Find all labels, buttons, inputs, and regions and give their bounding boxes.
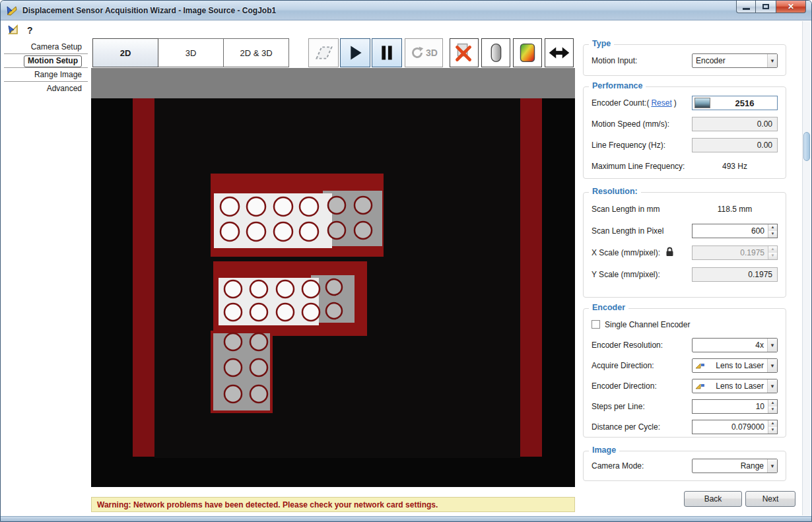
- y-scale-label: Y Scale (mm/pixel):: [592, 270, 660, 279]
- next-button[interactable]: Next: [745, 491, 795, 507]
- window-title: Displacement Sensor Acquisition Wizard -…: [22, 6, 276, 15]
- steps-per-line-row: Steps per Line: 10 ▲ ▼: [584, 396, 786, 416]
- tab-2d-and-3d[interactable]: 2D & 3D: [223, 38, 289, 67]
- wizard-window: Displacement Sensor Acquisition Wizard -…: [0, 0, 812, 522]
- sidebar-toolbar: ?: [1, 20, 91, 39]
- acquire-direction-row: Acquire Direction: Lens to Laser ▾: [584, 355, 786, 375]
- camera-mode-select[interactable]: Range ▾: [692, 459, 778, 473]
- range-image-display[interactable]: [91, 98, 575, 487]
- spin-down-icon[interactable]: ▼: [768, 427, 777, 434]
- spin-down-icon: ▼: [768, 253, 777, 259]
- reset-link[interactable]: Reset: [651, 98, 671, 108]
- vertical-scrollbar[interactable]: [802, 21, 811, 515]
- encoder-resolution-label: Encoder Resolution:: [592, 341, 663, 350]
- line-frequency-label: Line Frequency (Hz):: [592, 141, 665, 150]
- camera-error-icon: [450, 38, 478, 67]
- group-resolution-title: Resolution:: [589, 187, 641, 196]
- x-scale-value: 0.1975: [693, 246, 768, 259]
- minimize-button[interactable]: [736, 1, 756, 13]
- encoder-direction-label: Encoder Direction:: [592, 381, 657, 391]
- help-icon[interactable]: ?: [27, 25, 33, 36]
- fit-width-button[interactable]: [545, 38, 574, 67]
- chevron-down-icon: ▾: [767, 339, 777, 352]
- camera-mode-label: Camera Mode:: [592, 461, 644, 471]
- grayscale-view-button[interactable]: [481, 38, 510, 67]
- max-line-frequency-row: Maximum Line Frequency: 493 Hz: [584, 156, 786, 177]
- play-button[interactable]: [340, 38, 370, 67]
- y-scale-row: Y Scale (mm/pixel): 0.1975: [584, 263, 786, 285]
- motion-input-label: Motion Input:: [592, 56, 637, 65]
- encoder-count-label: Encoder Count:(Reset): [592, 98, 677, 108]
- chevron-down-icon: ▾: [767, 379, 777, 393]
- x-scale-row: X Scale (mm/pixel): 0.1975 ▲ ▼: [584, 242, 786, 263]
- image-header-strip: [91, 68, 575, 98]
- spin-up-icon[interactable]: ▲: [768, 224, 777, 231]
- scrollbar-thumb[interactable]: [803, 132, 810, 161]
- chevron-down-icon: ▾: [767, 54, 777, 67]
- acquire-direction-label: Acquire Direction:: [592, 361, 654, 370]
- pause-button[interactable]: [372, 38, 402, 67]
- group-type-title: Type: [589, 39, 614, 48]
- group-encoder: Encoder Single Channel Encoder Encoder R…: [583, 308, 786, 438]
- chevron-down-icon: ▾: [767, 359, 777, 372]
- spin-up-icon[interactable]: ▲: [768, 420, 777, 427]
- encoder-direction-select[interactable]: Lens to Laser ▾: [692, 379, 778, 393]
- play-icon: [341, 38, 370, 67]
- y-scale-value: 0.1975: [748, 270, 772, 279]
- lens-to-laser-icon: [695, 362, 706, 370]
- lens-to-laser-icon: [695, 382, 706, 390]
- close-button[interactable]: ✕: [776, 1, 806, 13]
- refresh-3d-button[interactable]: 3D: [405, 38, 443, 67]
- window-bottom-frame: [1, 516, 811, 521]
- spin-up-icon[interactable]: ▲: [768, 400, 777, 407]
- tab-3d[interactable]: 3D: [158, 38, 224, 67]
- group-performance: Performance Encoder Count:(Reset) 2516 M…: [583, 86, 786, 179]
- motion-input-select[interactable]: Encoder ▾: [692, 53, 778, 68]
- scan-length-px-stepper[interactable]: 600 ▲ ▼: [692, 224, 778, 238]
- maximize-button[interactable]: [756, 1, 776, 13]
- tab-2d[interactable]: 2D: [92, 38, 158, 67]
- sidebar-item-advanced[interactable]: Advanced: [4, 82, 88, 96]
- double-arrow-icon: [545, 38, 573, 67]
- line-frequency-field: 0.00: [692, 138, 778, 152]
- color-view-button[interactable]: [513, 38, 542, 67]
- pause-icon: [372, 38, 401, 67]
- scan-length-mm-row: Scan Length in mm 118.5 mm: [584, 198, 786, 220]
- sidebar-item-motion-setup[interactable]: Motion Setup: [4, 54, 88, 68]
- network-warning-bar: Warning: Network problems have been dete…: [91, 497, 575, 512]
- distance-per-cycle-stepper[interactable]: 0.079000 ▲ ▼: [692, 420, 778, 434]
- refresh-icon: [410, 46, 424, 60]
- steps-per-line-stepper[interactable]: 10 ▲ ▼: [692, 399, 778, 414]
- distance-per-cycle-label: Distance per Cycle:: [592, 422, 660, 432]
- encoder-count-thumbnail: [694, 98, 710, 108]
- motion-speed-value: 0.00: [757, 119, 772, 129]
- color-gradient-icon: [514, 38, 541, 67]
- sidebar: ? Camera Setup Motion Setup Range Image …: [1, 20, 91, 516]
- motion-speed-row: Motion Speed (mm/s): 0.00: [584, 114, 786, 135]
- line-frequency-value: 0.00: [757, 141, 772, 150]
- trigger-region-button[interactable]: [308, 38, 339, 67]
- spin-down-icon[interactable]: ▼: [768, 407, 777, 413]
- disconnect-camera-button[interactable]: [450, 38, 479, 67]
- encoder-resolution-select[interactable]: 4x ▾: [692, 338, 778, 352]
- motion-input-row: Motion Input: Encoder ▾: [584, 50, 786, 71]
- sidebar-item-camera-setup[interactable]: Camera Setup: [4, 40, 88, 54]
- acquire-direction-select[interactable]: Lens to Laser ▾: [692, 358, 778, 373]
- x-scale-label: X Scale (mm/pixel):: [592, 248, 660, 257]
- dashed-parallelogram-icon: [309, 38, 338, 67]
- title-bar: Displacement Sensor Acquisition Wizard -…: [1, 1, 811, 20]
- sidebar-item-range-image[interactable]: Range Image: [4, 68, 88, 82]
- single-channel-checkbox[interactable]: [592, 320, 600, 329]
- scan-length-px-label: Scan Length in Pixel: [592, 226, 663, 236]
- scan-length-px-row: Scan Length in Pixel 600 ▲ ▼: [584, 220, 786, 242]
- range-image: [91, 98, 575, 487]
- encoder-count-row: Encoder Count:(Reset) 2516: [584, 92, 786, 114]
- warning-text: Warning: Network problems have been dete…: [97, 500, 438, 509]
- measure-tool-icon[interactable]: [7, 24, 20, 37]
- distance-per-cycle-row: Distance per Cycle: 0.079000 ▲ ▼: [584, 416, 786, 437]
- back-button[interactable]: Back: [684, 491, 742, 507]
- gray-cylinder-icon: [482, 38, 510, 67]
- motion-speed-field: 0.00: [692, 117, 778, 131]
- group-image: Image Camera Mode: Range ▾: [583, 451, 786, 481]
- spin-down-icon[interactable]: ▼: [768, 231, 777, 238]
